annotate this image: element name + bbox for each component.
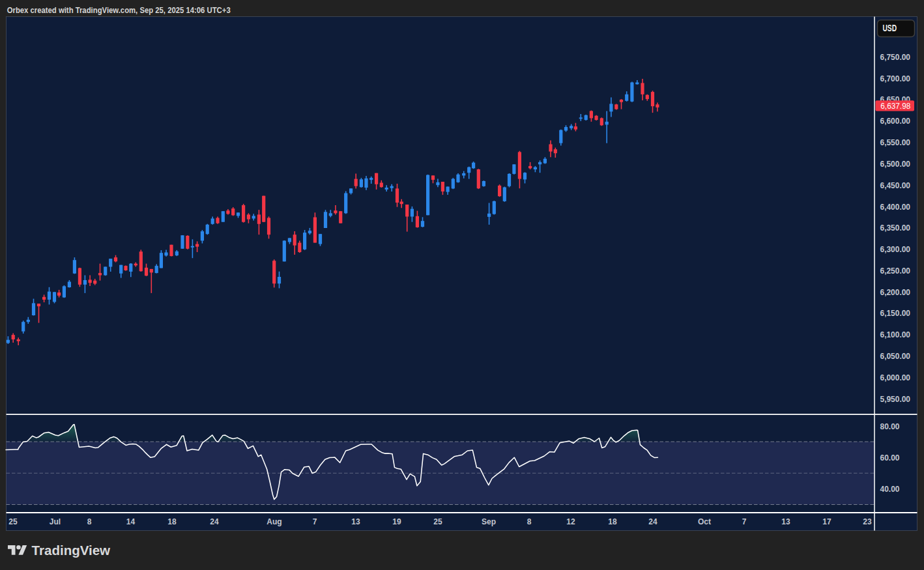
svg-text:18: 18 (167, 517, 177, 526)
svg-text:6,500.00: 6,500.00 (880, 160, 911, 169)
svg-text:6,350.00: 6,350.00 (880, 223, 911, 233)
svg-text:7: 7 (313, 517, 317, 526)
svg-text:Aug: Aug (267, 517, 282, 526)
svg-text:25: 25 (8, 517, 18, 526)
svg-text:6,550.00: 6,550.00 (880, 138, 911, 147)
svg-text:8: 8 (87, 517, 92, 526)
svg-text:Jul: Jul (50, 517, 61, 526)
svg-text:6,100.00: 6,100.00 (880, 330, 911, 339)
svg-text:5,950.00: 5,950.00 (880, 395, 911, 404)
svg-text:24: 24 (648, 517, 657, 526)
svg-text:6,300.00: 6,300.00 (880, 245, 911, 254)
svg-text:7: 7 (742, 517, 747, 526)
svg-text:6,750.00: 6,750.00 (880, 53, 911, 62)
svg-text:24: 24 (210, 517, 219, 526)
svg-text:6,200.00: 6,200.00 (880, 288, 911, 297)
svg-text:6,637.98: 6,637.98 (880, 101, 910, 111)
svg-text:60.00: 60.00 (880, 453, 900, 463)
svg-text:TradingView: TradingView (32, 543, 111, 558)
svg-text:40.00: 40.00 (880, 485, 900, 494)
svg-text:Oct: Oct (698, 517, 711, 526)
svg-text:USD: USD (883, 22, 897, 33)
svg-text:19: 19 (392, 517, 401, 526)
svg-text:6,150.00: 6,150.00 (880, 309, 911, 318)
svg-text:6,000.00: 6,000.00 (880, 373, 911, 382)
svg-text:80.00: 80.00 (880, 422, 900, 431)
svg-text:6,050.00: 6,050.00 (880, 352, 911, 361)
svg-text:17: 17 (822, 517, 831, 526)
svg-text:18: 18 (608, 517, 617, 526)
svg-text:23: 23 (863, 517, 872, 526)
svg-text:Orbex created with TradingView: Orbex created with TradingView.com, Sep … (7, 5, 231, 15)
svg-text:Sep: Sep (482, 517, 496, 526)
svg-text:6,700.00: 6,700.00 (880, 74, 911, 83)
svg-text:13: 13 (351, 517, 360, 526)
svg-text:25: 25 (433, 517, 442, 526)
svg-text:8: 8 (527, 517, 532, 526)
svg-text:14: 14 (126, 517, 136, 526)
svg-text:6,250.00: 6,250.00 (880, 266, 911, 276)
svg-text:6,600.00: 6,600.00 (880, 117, 911, 126)
svg-text:13: 13 (781, 517, 790, 526)
svg-text:6,400.00: 6,400.00 (880, 203, 911, 212)
svg-text:6,450.00: 6,450.00 (880, 181, 911, 190)
svg-text:12: 12 (566, 517, 575, 526)
